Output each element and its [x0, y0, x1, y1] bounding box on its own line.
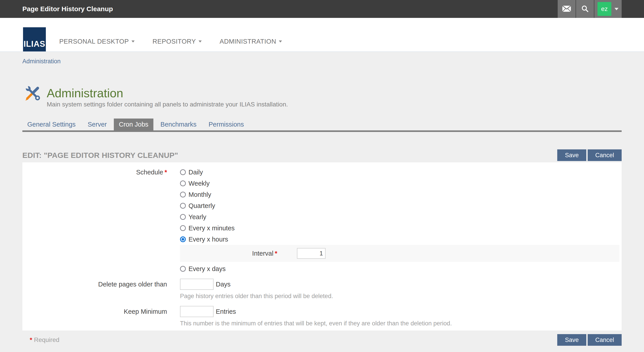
schedule-option-monthly: Monthly — [180, 189, 622, 200]
tab-bar: General Settings Server Cron Jobs Benchm… — [22, 118, 644, 130]
nav-item-personal-desktop[interactable]: PERSONAL DESKTOP — [59, 38, 134, 45]
tab-cron-jobs[interactable]: Cron Jobs — [114, 118, 153, 130]
chevron-down-icon — [614, 8, 618, 10]
window-title: Page Editor History Cleanup — [22, 5, 558, 13]
search-icon — [581, 5, 589, 13]
schedule-field: Schedule* Daily Weekly Monthly Quarterl — [22, 166, 622, 274]
radio-button[interactable] — [180, 203, 186, 209]
keep-minimum-input[interactable] — [180, 306, 214, 317]
keep-minimum-byline: This number is the minimum of entries th… — [180, 320, 622, 327]
form-toolbar: EDIT: "PAGE EDITOR HISTORY CLEANUP" Save… — [22, 150, 622, 161]
schedule-option-every-x-hours: Every x hours — [180, 234, 622, 245]
main-nav: PERSONAL DESKTOP REPOSITORY ADMINISTRATI… — [59, 38, 282, 45]
schedule-option-every-x-minutes: Every x minutes — [180, 222, 622, 234]
breadcrumb-administration[interactable]: Administration — [22, 58, 60, 65]
mail-icon — [562, 6, 571, 12]
delete-older-input[interactable] — [180, 279, 214, 290]
radio-button[interactable] — [180, 225, 186, 231]
page-header: Administration Main system settings fold… — [25, 85, 644, 108]
required-note: *Required — [30, 336, 60, 344]
mail-button[interactable] — [558, 0, 576, 18]
nav-item-repository[interactable]: REPOSITORY — [152, 38, 202, 45]
keep-minimum-field: Keep Minimum Entries This number is the … — [22, 306, 622, 327]
top-bar: Page Editor History Cleanup — [0, 0, 644, 18]
save-button[interactable]: Save — [557, 150, 586, 161]
tab-benchmarks[interactable]: Benchmarks — [156, 118, 202, 130]
schedule-label: Schedule* — [22, 166, 167, 274]
radio-button[interactable] — [180, 266, 186, 272]
radio-button[interactable] — [180, 214, 186, 220]
form-panel: Schedule* Daily Weekly Monthly Quarterl — [22, 162, 622, 330]
wrench-screwdriver-icon — [25, 85, 41, 102]
user-menu-button[interactable]: ez — [594, 0, 622, 18]
interval-label: Interval* — [180, 250, 277, 257]
keep-minimum-label: Keep Minimum — [22, 306, 167, 327]
tab-underline — [22, 130, 622, 132]
radio-button[interactable] — [180, 192, 186, 198]
schedule-option-weekly: Weekly — [180, 178, 622, 189]
chevron-down-icon — [198, 40, 202, 42]
interval-input[interactable] — [297, 248, 326, 259]
main-header: ILIAS PERSONAL DESKTOP REPOSITORY ADMINI… — [0, 18, 644, 52]
delete-older-field: Delete pages older than Days Page histor… — [22, 279, 622, 300]
chevron-down-icon — [279, 40, 282, 42]
delete-older-byline: Page history entries older than this per… — [180, 293, 622, 300]
search-button[interactable] — [576, 0, 594, 18]
cancel-button[interactable]: Cancel — [588, 150, 622, 161]
ilias-logo[interactable]: ILIAS — [23, 27, 46, 52]
keep-minimum-suffix: Entries — [216, 308, 236, 315]
form-footer: *Required Save Cancel — [22, 334, 622, 346]
tab-general-settings[interactable]: General Settings — [22, 118, 80, 130]
schedule-option-daily: Daily — [180, 166, 622, 178]
interval-subfield: Interval* — [180, 245, 620, 262]
page: Page Editor History Cleanup — [0, 0, 644, 352]
tab-server[interactable]: Server — [83, 118, 112, 130]
radio-button[interactable] — [180, 236, 186, 242]
tab-permissions[interactable]: Permissions — [204, 118, 249, 130]
delete-older-label: Delete pages older than — [22, 279, 167, 300]
chevron-down-icon — [132, 40, 134, 42]
form-heading: EDIT: "PAGE EDITOR HISTORY CLEANUP" — [22, 151, 178, 160]
schedule-option-quarterly: Quarterly — [180, 200, 622, 211]
breadcrumb: Administration — [22, 58, 644, 65]
page-description: Main system settings folder containing a… — [47, 101, 288, 108]
radio-button[interactable] — [180, 169, 186, 175]
page-title: Administration — [47, 86, 288, 100]
schedule-option-yearly: Yearly — [180, 211, 622, 222]
schedule-option-every-x-days: Every x days — [180, 263, 622, 274]
save-button-bottom[interactable]: Save — [557, 334, 586, 346]
radio-button[interactable] — [180, 180, 186, 186]
nav-item-administration[interactable]: ADMINISTRATION — [220, 38, 282, 45]
topbar-actions: ez — [558, 0, 622, 18]
cancel-button-bottom[interactable]: Cancel — [588, 334, 622, 346]
avatar: ez — [598, 2, 611, 16]
delete-older-suffix: Days — [216, 281, 230, 288]
